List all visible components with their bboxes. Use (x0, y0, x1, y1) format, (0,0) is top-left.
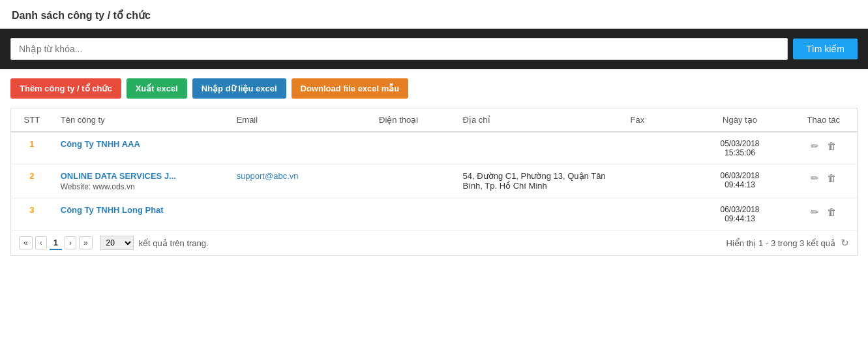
pagination-right: Hiển thị 1 - 3 trong 3 kết quả ↻ (726, 237, 849, 249)
pag-prev-button[interactable]: ‹ (35, 236, 47, 249)
main-content: STT Tên công ty Email Điện thoại Địa chỉ… (0, 108, 868, 266)
cell-stt-1: 1 (11, 132, 53, 165)
email-link-2[interactable]: support@abc.vn (237, 171, 299, 181)
delete-button-1[interactable]: 🗑 (824, 139, 839, 153)
page-size-select[interactable]: 20 50 100 (100, 236, 134, 250)
pag-current-page: 1 (50, 236, 62, 250)
cell-email-3 (229, 198, 371, 230)
results-per-page-label: kết quả trên trang. (139, 238, 209, 248)
pag-last-button[interactable]: » (79, 236, 93, 249)
cell-address-2: 54, Đường C1, Phường 13, Quận Tân Bình, … (455, 165, 623, 198)
col-fax: Fax (623, 108, 690, 133)
cell-name-2: ONLINE DATA SERVICES J... Website: www.o… (53, 165, 229, 198)
cell-phone-2 (371, 165, 455, 198)
cell-address-1 (455, 132, 623, 165)
pag-next-button[interactable]: › (65, 236, 76, 249)
col-phone: Điện thoại (371, 108, 455, 133)
table-header-row: STT Tên công ty Email Điện thoại Địa chỉ… (11, 108, 858, 133)
company-name-link-1[interactable]: Công Ty TNHH AAA (61, 139, 221, 149)
company-name-link-3[interactable]: Công Ty TNHH Long Phat (61, 205, 221, 215)
edit-button-2[interactable]: ✏ (808, 171, 822, 185)
col-actions: Thao tác (790, 108, 858, 133)
company-website-2: Website: www.ods.vn (61, 182, 221, 191)
export-excel-button[interactable]: Xuất excel (127, 78, 187, 99)
showing-text: Hiển thị 1 - 3 trong 3 kết quả (726, 238, 835, 248)
cell-stt-3: 3 (11, 198, 53, 230)
edit-button-1[interactable]: ✏ (808, 139, 822, 153)
pag-first-button[interactable]: « (19, 236, 33, 249)
companies-table: STT Tên công ty Email Điện thoại Địa chỉ… (10, 108, 858, 230)
search-input[interactable] (10, 38, 788, 60)
cell-name-3: Công Ty TNHH Long Phat (53, 198, 229, 230)
cell-stt-2: 2 (11, 165, 53, 198)
pagination-controls: « ‹ 1 › » 20 50 100 kết quả trên trang. (19, 236, 209, 250)
cell-fax-1 (623, 132, 690, 165)
search-button[interactable]: Tìm kiếm (793, 39, 858, 59)
import-excel-button[interactable]: Nhập dữ liệu excel (192, 78, 286, 99)
toolbar: Thêm công ty / tổ chức Xuất excel Nhập d… (0, 69, 868, 108)
page-title: Danh sách công ty / tổ chức (0, 0, 868, 29)
cell-fax-2 (623, 165, 690, 198)
search-bar: Tìm kiếm (0, 29, 868, 69)
cell-name-1: Công Ty TNHH AAA (53, 132, 229, 165)
cell-date-3: 06/03/201809:44:13 (689, 198, 790, 230)
col-date: Ngày tạo (689, 108, 790, 133)
cell-fax-3 (623, 198, 690, 230)
add-company-button[interactable]: Thêm công ty / tổ chức (10, 78, 121, 99)
refresh-button[interactable]: ↻ (841, 237, 849, 249)
cell-date-1: 05/03/201815:35:06 (689, 132, 790, 165)
cell-email-2: support@abc.vn (229, 165, 371, 198)
edit-button-3[interactable]: ✏ (808, 205, 822, 219)
table-row: 1 Công Ty TNHH AAA 05/03/201815:35:06 ✏ … (11, 132, 858, 165)
col-company-name: Tên công ty (53, 108, 229, 133)
cell-actions-1: ✏ 🗑 (790, 132, 858, 165)
col-stt: STT (11, 108, 53, 133)
cell-date-2: 06/03/201809:44:13 (689, 165, 790, 198)
table-row: 3 Công Ty TNHH Long Phat 06/03/201809:44… (11, 198, 858, 230)
delete-button-3[interactable]: 🗑 (824, 205, 839, 219)
pagination-bar: « ‹ 1 › » 20 50 100 kết quả trên trang. … (10, 230, 858, 256)
table-wrapper: STT Tên công ty Email Điện thoại Địa chỉ… (10, 108, 858, 256)
cell-phone-1 (371, 132, 455, 165)
delete-button-2[interactable]: 🗑 (824, 171, 839, 185)
company-name-link-2[interactable]: ONLINE DATA SERVICES J... (61, 171, 221, 181)
cell-actions-2: ✏ 🗑 (790, 165, 858, 198)
table-row: 2 ONLINE DATA SERVICES J... Website: www… (11, 165, 858, 198)
col-address: Địa chỉ (455, 108, 623, 133)
cell-address-3 (455, 198, 623, 230)
cell-email-1 (229, 132, 371, 165)
cell-phone-3 (371, 198, 455, 230)
col-email: Email (229, 108, 371, 133)
download-excel-button[interactable]: Download file excel mẫu (292, 78, 409, 99)
cell-actions-3: ✏ 🗑 (790, 198, 858, 230)
